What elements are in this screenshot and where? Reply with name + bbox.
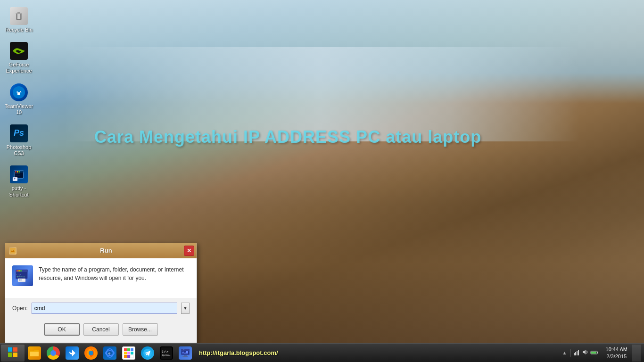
clock-time: 10:44 AM	[606, 346, 627, 353]
svg-rect-17	[10, 248, 16, 254]
blog-url-text: http://itgarla.blogspot.com/	[194, 349, 283, 356]
svg-rect-16	[13, 177, 17, 181]
desktop-icon-teamviewer[interactable]: TeamViewer 10	[2, 81, 35, 117]
taskbar: e	[0, 343, 644, 362]
svg-text:ipcon..: ipcon..	[162, 354, 172, 357]
system-clock[interactable]: 10:44 AM 2/3/2015	[603, 346, 630, 360]
notification-area	[570, 349, 601, 357]
svg-text:e: e	[108, 351, 111, 355]
svg-rect-52	[184, 355, 187, 356]
dialog-titlebar: Run ✕	[5, 243, 197, 258]
svg-rect-38	[127, 348, 130, 351]
svg-rect-2	[17, 12, 20, 13]
svg-rect-28	[8, 353, 12, 357]
recycle-bin-icon	[9, 7, 28, 25]
svg-rect-22	[20, 270, 22, 272]
svg-rect-53	[182, 356, 188, 357]
svg-rect-42	[131, 352, 133, 354]
clock-date: 2/3/2015	[606, 353, 627, 360]
cancel-button[interactable]: Cancel	[83, 323, 119, 336]
svg-rect-45	[131, 355, 133, 358]
browse-button[interactable]: Browse...	[123, 323, 158, 336]
run-dialog: Run ✕ C:\> ipconfig	[5, 243, 197, 343]
ok-button[interactable]: OK	[44, 323, 80, 336]
svg-text:C:\>: C:\>	[162, 350, 169, 353]
svg-rect-40	[124, 352, 127, 354]
open-input[interactable]	[32, 303, 177, 314]
taskbar-ie-icon[interactable]: e	[101, 345, 119, 362]
taskbar-appstore-icon[interactable]	[63, 345, 81, 362]
svg-rect-51	[181, 349, 190, 351]
taskbar-remote-desktop-icon[interactable]	[176, 345, 194, 362]
taskbar-firefox-icon[interactable]	[82, 345, 100, 362]
dialog-title-text: Run	[19, 247, 193, 254]
svg-rect-39	[131, 348, 133, 351]
taskbar-paint-icon[interactable]	[120, 345, 138, 362]
svg-rect-61	[597, 352, 598, 354]
svg-rect-56	[575, 352, 576, 355]
photoshop-icon: Ps	[9, 124, 28, 143]
svg-rect-43	[124, 355, 127, 358]
dialog-close-button[interactable]: ✕	[184, 246, 194, 256]
desktop-icons-area: Recycle Bin GeForce Experience	[2, 5, 35, 200]
desktop-icon-geforce[interactable]: GeForce Experience	[2, 40, 35, 76]
dialog-buttons-row: OK Cancel Browse...	[5, 319, 197, 343]
recycle-bin-label: Recycle Bin	[5, 27, 33, 33]
svg-rect-57	[577, 351, 578, 355]
teamviewer-label: TeamViewer 10	[4, 103, 33, 115]
svg-rect-13	[15, 171, 17, 173]
volume-icon[interactable]	[582, 349, 588, 357]
watermark-text: Cara Mengetahui IP ADDRESS PC atau lapto…	[94, 127, 481, 147]
windows-logo-icon	[8, 347, 18, 359]
dialog-message-row: C:\> ipconfig Type the name of a program…	[12, 265, 190, 286]
putty-label: putty - Shortcut	[4, 185, 33, 197]
svg-rect-44	[127, 355, 130, 358]
photoshop-label: Photoshop CS3	[4, 144, 33, 156]
svg-rect-55	[574, 353, 575, 355]
svg-rect-27	[13, 347, 17, 352]
geforce-icon	[9, 41, 28, 60]
svg-text:ipconfig: ipconfig	[17, 276, 25, 278]
svg-rect-37	[124, 348, 127, 351]
show-desktop-button[interactable]	[632, 345, 641, 362]
start-button[interactable]	[1, 345, 25, 362]
svg-rect-60	[591, 352, 596, 354]
chrome-icon-shape	[47, 346, 60, 360]
svg-rect-47	[161, 347, 172, 359]
network-icon[interactable]	[573, 349, 580, 357]
desktop: Cara Mengetahui IP ADDRESS PC atau lapto…	[0, 0, 644, 362]
taskbar-chrome-icon[interactable]	[44, 345, 62, 362]
svg-point-7	[17, 90, 20, 92]
taskbar-right: ▲	[561, 345, 643, 362]
dropdown-button[interactable]: ▼	[181, 303, 190, 314]
desktop-icon-recycle-bin[interactable]: Recycle Bin	[2, 5, 35, 35]
open-label: Open:	[12, 305, 28, 312]
svg-rect-14	[17, 171, 18, 173]
taskbar-pinned-apps: e	[25, 345, 194, 362]
dialog-body: C:\> ipconfig Type the name of a program…	[5, 258, 197, 298]
svg-rect-29	[13, 353, 17, 357]
teamviewer-icon	[9, 83, 28, 102]
taskbar-cmd-icon[interactable]: C:\> ipcon..	[157, 345, 175, 362]
dialog-title-icon	[9, 247, 17, 255]
svg-rect-21	[18, 270, 20, 272]
svg-rect-54	[183, 349, 184, 350]
dialog-open-row: Open: ▼	[5, 298, 197, 319]
desktop-icon-photoshop[interactable]: Ps Photoshop CS3	[2, 122, 35, 158]
geforce-label: GeForce Experience	[4, 62, 33, 74]
show-hidden-icons-button[interactable]: ▲	[561, 350, 568, 355]
battery-icon	[590, 349, 599, 356]
svg-rect-41	[127, 352, 130, 354]
taskbar-files-icon[interactable]	[25, 345, 43, 362]
svg-rect-26	[8, 347, 12, 352]
putty-icon: ───── ───── ─────	[9, 165, 28, 184]
taskbar-telegram-icon[interactable]	[139, 345, 157, 362]
svg-rect-20	[17, 270, 18, 272]
svg-point-31	[89, 351, 93, 355]
dialog-message-text: Type the name of a program, folder, docu…	[39, 265, 190, 282]
run-dialog-icon: C:\> ipconfig	[12, 265, 33, 286]
svg-rect-15	[19, 171, 20, 173]
desktop-icon-putty[interactable]: ───── ───── ───── putty - Shortcut	[2, 163, 35, 199]
svg-rect-58	[578, 350, 579, 355]
